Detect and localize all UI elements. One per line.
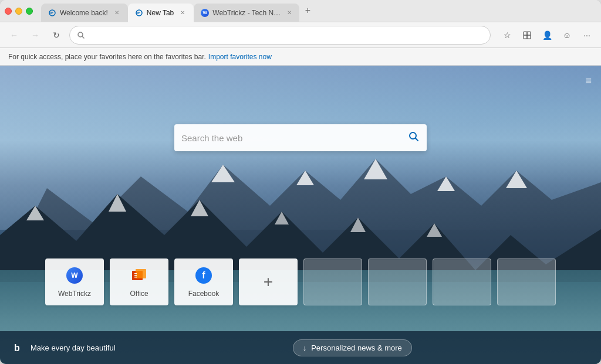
- svg-rect-25: [134, 273, 137, 274]
- import-favorites-link[interactable]: Import favorites now: [208, 53, 272, 61]
- traffic-lights: [5, 8, 33, 15]
- more-button[interactable]: ···: [579, 27, 595, 43]
- site-card-ghost-4[interactable]: [497, 258, 556, 305]
- svg-rect-7: [527, 35, 531, 39]
- edge-favicon-icon: [48, 9, 56, 17]
- url-input[interactable]: [89, 30, 483, 39]
- office-site-icon: [130, 266, 148, 285]
- tab-new-tab[interactable]: New Tab ✕: [128, 4, 194, 22]
- tab-welcome[interactable]: Welcome back! ✕: [41, 4, 128, 22]
- svg-rect-5: [527, 32, 531, 35]
- site-label-webtrickz: WebTrickz: [58, 290, 91, 298]
- webtrickz-site-icon: W: [65, 266, 84, 285]
- search-box: [174, 124, 427, 151]
- svg-text:b: b: [14, 343, 20, 353]
- search-input[interactable]: [181, 133, 408, 143]
- webtrickz-icon: W: [66, 267, 83, 284]
- tab-new-tab-title: New Tab: [147, 9, 174, 17]
- address-bar[interactable]: [69, 26, 491, 45]
- site-card-ghost-1[interactable]: [303, 258, 362, 305]
- favorites-button[interactable]: ☆: [499, 27, 515, 43]
- svg-rect-6: [524, 35, 527, 39]
- tab-welcome-close[interactable]: ✕: [113, 9, 121, 17]
- site-label-facebook: Facebook: [188, 290, 220, 298]
- bing-logo: b Make every day beautiful: [12, 341, 116, 355]
- hamburger-menu-button[interactable]: ≡: [585, 75, 592, 87]
- emoji-button[interactable]: ☺: [559, 27, 575, 43]
- address-bar-row: ← → ↻ ☆ 👤 ☺ ···: [0, 22, 601, 48]
- bing-b-icon: b: [13, 342, 25, 353]
- tab-webtrickz[interactable]: W WebTrickz - Tech News, Phon... ✕: [194, 4, 299, 22]
- personalized-news-button[interactable]: ↓ Personalized news & more: [293, 339, 412, 356]
- search-button[interactable]: [408, 131, 420, 145]
- favorites-bar-text: For quick access, place your favorites h…: [8, 53, 206, 61]
- tab-new-tab-close[interactable]: ✕: [178, 9, 187, 17]
- site-card-office[interactable]: Office: [110, 258, 168, 305]
- search-input-container: [174, 124, 427, 151]
- tab-webtrickz-close[interactable]: ✕: [287, 9, 293, 17]
- collections-icon: [522, 30, 532, 40]
- tab-webtrickz-title: WebTrickz - Tech News, Phon...: [212, 9, 282, 17]
- svg-line-22: [416, 138, 418, 141]
- svg-rect-26: [134, 275, 137, 276]
- search-icon: [408, 131, 420, 142]
- bing-icon: b: [12, 341, 26, 355]
- site-label-office: Office: [130, 290, 148, 298]
- title-bar: Welcome back! ✕ New Tab ✕ W WebTrickz - …: [0, 0, 601, 22]
- maximize-window-button[interactable]: [26, 8, 33, 15]
- tab-bar: Welcome back! ✕ New Tab ✕ W WebTrickz - …: [41, 0, 596, 22]
- forward-button[interactable]: →: [27, 27, 43, 43]
- back-button[interactable]: ←: [6, 27, 22, 43]
- search-small-icon: [77, 31, 85, 39]
- office-icon: [131, 267, 147, 284]
- site-card-ghost-2[interactable]: [368, 258, 427, 305]
- facebook-site-icon: f: [194, 266, 213, 285]
- favorites-bar: For quick access, place your favorites h…: [0, 48, 601, 66]
- profile-button[interactable]: 👤: [539, 27, 555, 43]
- svg-rect-24: [136, 269, 146, 278]
- svg-point-2: [78, 32, 83, 37]
- svg-rect-27: [134, 277, 137, 278]
- top-sites: W WebTrickz Office: [45, 258, 556, 305]
- site-card-ghost-3[interactable]: [433, 258, 491, 305]
- svg-line-3: [83, 36, 85, 38]
- add-site-icon: +: [259, 273, 278, 291]
- site-card-add[interactable]: +: [239, 258, 298, 305]
- edge-favicon-active-icon: [135, 9, 143, 17]
- close-window-button[interactable]: [5, 8, 12, 15]
- svg-rect-4: [524, 32, 527, 35]
- main-content: ≡ W WebTrickz: [0, 66, 601, 364]
- bottom-bar: b Make every day beautiful ↓ Personalize…: [0, 331, 601, 364]
- webtrickz-favicon-icon: W: [201, 9, 209, 17]
- refresh-button[interactable]: ↻: [48, 27, 65, 43]
- site-card-webtrickz[interactable]: W WebTrickz: [45, 258, 104, 305]
- personalized-btn-label: Personalized news & more: [311, 343, 402, 352]
- tab-welcome-title: Welcome back!: [60, 9, 108, 17]
- minimize-window-button[interactable]: [15, 8, 22, 15]
- address-icons: ☆ 👤 ☺ ···: [499, 27, 595, 43]
- down-arrow-icon: ↓: [303, 343, 307, 352]
- collections-button[interactable]: [519, 27, 535, 43]
- browser-window: Welcome back! ✕ New Tab ✕ W WebTrickz - …: [0, 0, 601, 364]
- new-tab-button[interactable]: +: [299, 2, 316, 19]
- facebook-icon: f: [195, 267, 212, 284]
- bing-tagline: Make every day beautiful: [31, 343, 116, 352]
- site-card-facebook[interactable]: f Facebook: [174, 258, 233, 305]
